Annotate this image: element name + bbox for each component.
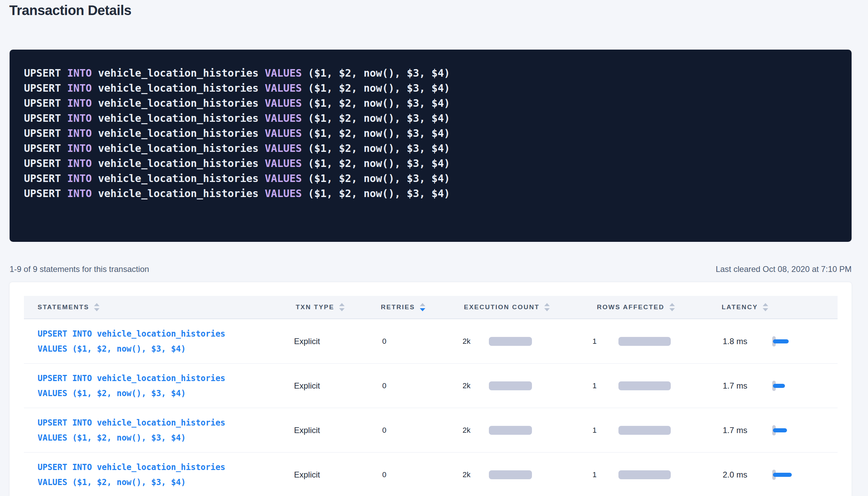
column-header-exec[interactable]: EXECUTION COUNT <box>464 296 550 318</box>
column-header-label: LATENCY <box>722 303 758 311</box>
sql-text: ($1, $2, now(), $3, $4) <box>308 97 450 109</box>
execution-count-bar <box>489 470 532 479</box>
sort-asc-icon[interactable] <box>94 303 99 306</box>
sql-text: ($1, $2, now(), $3, $4) <box>308 82 450 94</box>
statement-link[interactable]: UPSERT INTO vehicle_location_historiesVA… <box>38 371 225 401</box>
execution-count-value: 2k <box>463 470 470 479</box>
latency-bar-chart <box>772 425 788 435</box>
sql-keyword: VALUES <box>265 67 308 79</box>
sort-arrows-icon[interactable] <box>339 303 345 311</box>
txn-type-value: Explicit <box>294 470 320 480</box>
sql-statement-line: UPSERT INTO vehicle_location_histories V… <box>24 111 838 126</box>
sql-text: vehicle_location_histories <box>98 142 265 154</box>
rows-affected-value: 1 <box>592 426 597 435</box>
sort-asc-icon[interactable] <box>339 303 345 306</box>
sql-text: UPSERT <box>24 157 67 169</box>
statement-row: UPSERT INTO vehicle_location_historiesVA… <box>10 453 852 496</box>
column-header-txn[interactable]: TXN TYPE <box>296 296 345 318</box>
sort-arrows-icon[interactable] <box>94 303 99 311</box>
statement-link[interactable]: UPSERT INTO vehicle_location_historiesVA… <box>38 415 225 445</box>
sql-text: vehicle_location_histories <box>98 67 265 79</box>
sort-arrows-icon[interactable] <box>763 303 768 311</box>
sort-desc-icon[interactable] <box>420 308 425 311</box>
statement-link-line: UPSERT INTO vehicle_location_histories <box>38 460 225 475</box>
sql-statement-line: UPSERT INTO vehicle_location_histories V… <box>24 96 838 111</box>
transaction-sql-box: UPSERT INTO vehicle_location_histories V… <box>10 50 852 242</box>
sql-text: vehicle_location_histories <box>98 157 265 169</box>
latency-bar-chart <box>772 470 793 480</box>
sql-text: vehicle_location_histories <box>98 82 265 94</box>
sort-asc-icon[interactable] <box>544 303 550 306</box>
statements-count-text: 1-9 of 9 statements for this transaction <box>10 264 149 274</box>
latency-bar-chart <box>772 336 790 347</box>
statement-link[interactable]: UPSERT INTO vehicle_location_historiesVA… <box>38 326 225 356</box>
latency-bar <box>773 428 787 432</box>
execution-count-bar <box>489 337 532 346</box>
sql-text: UPSERT <box>24 172 67 184</box>
sql-keyword: VALUES <box>265 97 308 109</box>
sql-text: UPSERT <box>24 142 67 154</box>
sql-keyword: INTO <box>67 97 98 109</box>
latency-bar <box>773 339 789 343</box>
rows-affected-bar <box>618 470 671 479</box>
statement-link-line: UPSERT INTO vehicle_location_histories <box>38 415 225 430</box>
statements-table-card: STATEMENTSTXN TYPERETRIESEXECUTION COUNT… <box>10 282 852 496</box>
execution-count-value: 2k <box>463 381 470 390</box>
sort-desc-icon[interactable] <box>669 308 675 311</box>
sql-text: vehicle_location_histories <box>98 112 265 124</box>
latency-value: 2.0 ms <box>723 470 747 480</box>
retries-value: 0 <box>382 470 386 479</box>
sql-statement-line: UPSERT INTO vehicle_location_histories V… <box>24 126 838 141</box>
statement-link-line: VALUES ($1, $2, now(), $3, $4) <box>38 386 225 401</box>
column-header-rows[interactable]: ROWS AFFECTED <box>597 296 675 318</box>
sort-desc-icon[interactable] <box>544 308 550 311</box>
sql-statement-line: UPSERT INTO vehicle_location_histories V… <box>24 171 838 186</box>
latency-value: 1.7 ms <box>723 426 747 435</box>
sql-statement-line: UPSERT INTO vehicle_location_histories V… <box>24 141 838 156</box>
sql-keyword: VALUES <box>265 172 308 184</box>
sql-keyword: VALUES <box>265 142 308 154</box>
latency-bar <box>773 384 785 388</box>
column-header-retries[interactable]: RETRIES <box>381 296 425 318</box>
rows-affected-bar <box>618 337 671 346</box>
rows-affected-value: 1 <box>592 381 597 390</box>
retries-value: 0 <box>382 426 386 435</box>
execution-count-value: 2k <box>463 337 470 346</box>
column-header-lat[interactable]: LATENCY <box>722 296 768 318</box>
sort-desc-icon[interactable] <box>94 308 99 311</box>
sql-keyword: VALUES <box>265 127 308 139</box>
statement-link-line: VALUES ($1, $2, now(), $3, $4) <box>38 341 225 356</box>
sort-asc-icon[interactable] <box>669 303 675 306</box>
sql-text: vehicle_location_histories <box>98 127 265 139</box>
column-header-label: EXECUTION COUNT <box>464 303 539 311</box>
sort-asc-icon[interactable] <box>763 303 768 306</box>
execution-count-value: 2k <box>463 426 470 435</box>
txn-type-value: Explicit <box>294 381 320 391</box>
page-title: Transaction Details <box>9 3 131 18</box>
sql-keyword: INTO <box>67 172 98 184</box>
sql-text: UPSERT <box>24 82 67 94</box>
column-header-label: RETRIES <box>381 303 415 311</box>
sort-desc-icon[interactable] <box>763 308 768 311</box>
rows-affected-value: 1 <box>592 470 597 479</box>
statement-link-line: UPSERT INTO vehicle_location_histories <box>38 371 225 386</box>
sql-keyword: VALUES <box>265 157 308 169</box>
sort-desc-icon[interactable] <box>339 308 345 311</box>
sql-keyword: INTO <box>67 157 98 169</box>
latency-bar <box>773 473 792 477</box>
sort-asc-icon[interactable] <box>420 303 425 306</box>
sql-text: ($1, $2, now(), $3, $4) <box>308 187 450 199</box>
sort-arrows-icon[interactable] <box>669 303 675 311</box>
sql-keyword: VALUES <box>265 112 308 124</box>
sql-statement-line: UPSERT INTO vehicle_location_histories V… <box>24 66 838 81</box>
column-header-label: ROWS AFFECTED <box>597 303 665 311</box>
sort-arrows-icon[interactable] <box>420 303 425 311</box>
sort-arrows-icon[interactable] <box>544 303 550 311</box>
sql-statement-line: UPSERT INTO vehicle_location_histories V… <box>24 156 838 171</box>
statement-link[interactable]: UPSERT INTO vehicle_location_historiesVA… <box>38 460 225 490</box>
statements-table-header: STATEMENTSTXN TYPERETRIESEXECUTION COUNT… <box>24 296 838 319</box>
column-header-stmt[interactable]: STATEMENTS <box>38 296 99 318</box>
statement-row: UPSERT INTO vehicle_location_historiesVA… <box>10 319 852 364</box>
sql-keyword: VALUES <box>265 187 308 199</box>
statement-link-line: VALUES ($1, $2, now(), $3, $4) <box>38 430 225 445</box>
